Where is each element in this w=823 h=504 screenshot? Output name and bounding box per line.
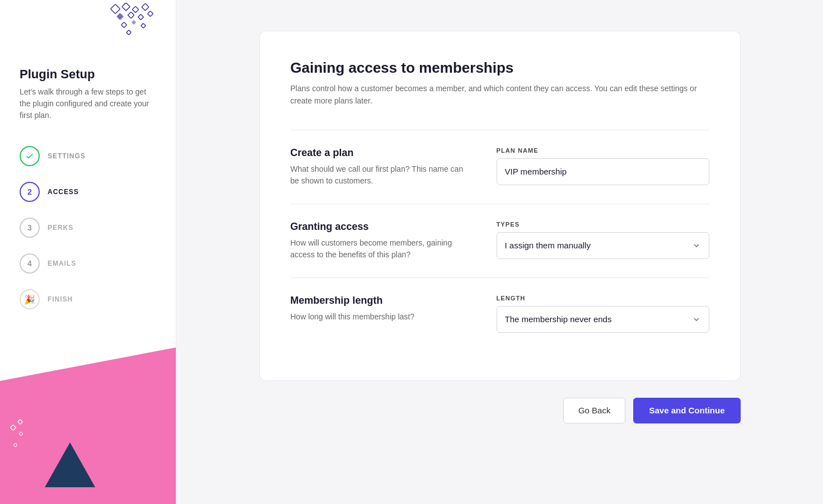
svg-rect-0: [111, 4, 120, 14]
create-plan-section: Create a plan What should we call our fi…: [291, 130, 709, 204]
types-select-wrapper: I assign them manually Customers purchas…: [497, 232, 709, 259]
length-select[interactable]: The membership never ends 1 month 3 mont…: [497, 306, 709, 333]
setup-card: Gaining access to memberships Plans cont…: [259, 31, 741, 381]
granting-access-right: TYPES I assign them manually Customers p…: [497, 221, 709, 259]
step-circle-finish: 🎉: [20, 289, 40, 309]
membership-length-left: Membership length How long will this mem…: [291, 295, 474, 323]
svg-rect-4: [116, 13, 124, 20]
step-circle-settings: [20, 146, 40, 166]
diamonds-decoration: [90, 3, 162, 48]
svg-rect-12: [11, 425, 16, 431]
main-content: Gaining access to memberships Plans cont…: [176, 0, 823, 504]
granting-access-desc: How will customers become members, gaini…: [291, 237, 474, 261]
save-continue-button[interactable]: Save and Continue: [633, 398, 740, 423]
granting-access-left: Granting access How will customers becom…: [291, 221, 474, 261]
sidebar-item-settings[interactable]: SETTINGS: [20, 138, 156, 174]
membership-length-title: Membership length: [291, 295, 474, 307]
svg-rect-10: [141, 23, 146, 28]
step-circle-emails: 4: [20, 253, 40, 274]
svg-rect-7: [148, 11, 153, 17]
step-label-perks: PERKS: [48, 224, 73, 232]
card-title: Gaining access to memberships: [291, 59, 709, 77]
card-description: Plans control how a customer becomes a m…: [291, 82, 709, 107]
svg-rect-16: [13, 443, 17, 447]
svg-rect-14: [11, 436, 15, 441]
length-select-wrapper: The membership never ends 1 month 3 mont…: [497, 306, 709, 333]
sidebar-item-access[interactable]: 2 ACCESS: [20, 174, 156, 210]
step-label-emails: EMAILS: [48, 260, 76, 267]
footer-buttons: Go Back Save and Continue: [259, 398, 741, 423]
svg-rect-13: [18, 420, 22, 424]
membership-length-right: LENGTH The membership never ends 1 month…: [497, 295, 709, 333]
step-circle-access: 2: [20, 182, 40, 202]
create-plan-right: PLAN NAME: [497, 147, 709, 185]
svg-rect-15: [19, 432, 23, 436]
granting-access-title: Granting access: [291, 221, 474, 233]
step-label-settings: SETTINGS: [48, 152, 86, 160]
step-circle-perks: 3: [20, 218, 40, 238]
pink-dots-decoration: [8, 409, 53, 454]
svg-rect-5: [128, 12, 134, 18]
svg-rect-8: [121, 22, 127, 28]
sidebar: Plugin Setup Let's walk through a few st…: [0, 0, 176, 504]
sidebar-item-emails[interactable]: 4 EMAILS: [20, 246, 156, 281]
create-plan-left: Create a plan What should we call our fi…: [291, 147, 474, 187]
step-label-access: ACCESS: [48, 188, 79, 196]
sidebar-item-perks[interactable]: 3 PERKS: [20, 210, 156, 246]
svg-rect-9: [132, 20, 136, 25]
sidebar-steps: SETTINGS 2 ACCESS 3 PERKS 4 EMAILS 🎉: [0, 138, 176, 317]
types-select[interactable]: I assign them manually Customers purchas…: [497, 232, 709, 259]
create-plan-desc: What should we call our first plan? This…: [291, 163, 474, 187]
length-label: LENGTH: [497, 295, 709, 302]
granting-access-section: Granting access How will customers becom…: [291, 204, 709, 277]
types-label: TYPES: [497, 221, 709, 228]
plan-name-input[interactable]: [497, 158, 709, 185]
svg-rect-2: [132, 6, 138, 12]
membership-length-section: Membership length How long will this mem…: [291, 277, 709, 350]
svg-rect-11: [127, 30, 131, 35]
plan-name-label: PLAN NAME: [497, 147, 709, 154]
create-plan-title: Create a plan: [291, 147, 474, 159]
svg-rect-1: [122, 3, 130, 11]
svg-rect-6: [138, 15, 144, 20]
step-label-finish: FINISH: [48, 295, 73, 303]
go-back-button[interactable]: Go Back: [563, 398, 626, 423]
membership-length-desc: How long will this membership last?: [291, 311, 474, 323]
sidebar-subtitle: Let's walk through a few steps to get th…: [20, 86, 156, 121]
svg-rect-3: [142, 3, 149, 11]
sidebar-item-finish[interactable]: 🎉 FINISH: [20, 281, 156, 317]
sidebar-title: Plugin Setup: [20, 67, 95, 82]
